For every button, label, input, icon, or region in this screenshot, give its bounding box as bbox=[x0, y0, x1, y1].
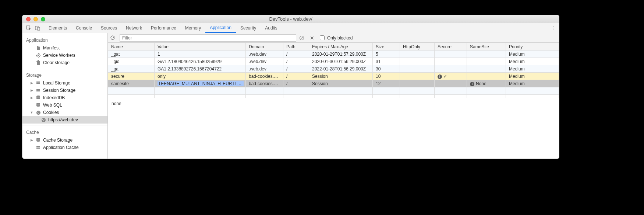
tab-console[interactable]: Console bbox=[71, 23, 96, 33]
cell-path[interactable]: / bbox=[283, 51, 309, 58]
chevron-down-icon[interactable]: ▼ bbox=[30, 111, 33, 114]
filter-input[interactable] bbox=[120, 34, 296, 42]
cell-domain[interactable]: .web.dev bbox=[246, 58, 283, 65]
cell-value[interactable]: GA1.2.1804046426.1580259929 bbox=[155, 58, 246, 65]
cell-samesite[interactable] bbox=[467, 73, 506, 80]
cell-path[interactable]: / bbox=[283, 80, 309, 87]
cell-expires[interactable]: 2022-01-28T01:56:29.000Z bbox=[309, 65, 373, 73]
cell-samesite[interactable] bbox=[467, 51, 506, 58]
cell-path[interactable]: / bbox=[283, 65, 309, 73]
table-row[interactable]: _gat1.web.dev/2020-01-29T01:57:29.000Z5M… bbox=[108, 51, 559, 58]
sidebar-item-application-cache[interactable]: Application Cache bbox=[22, 144, 107, 151]
cell-secure[interactable] bbox=[435, 65, 467, 73]
cell-name[interactable]: _ga bbox=[108, 65, 155, 73]
cell-domain[interactable]: bad-cookies.g… bbox=[246, 80, 283, 87]
device-toolbar-icon[interactable] bbox=[35, 25, 40, 31]
warning-icon: i bbox=[470, 82, 474, 86]
cell-priority[interactable]: Medium bbox=[506, 58, 559, 65]
cell-size[interactable]: 5 bbox=[373, 51, 400, 58]
tab-security[interactable]: Security bbox=[236, 23, 261, 33]
column-header-domain[interactable]: Domain bbox=[246, 43, 283, 51]
inspect-element-icon[interactable] bbox=[26, 25, 31, 31]
only-blocked-input[interactable] bbox=[320, 35, 325, 40]
tab-network[interactable]: Network bbox=[121, 23, 146, 33]
cell-domain[interactable]: .web.dev bbox=[246, 65, 283, 73]
cell-domain[interactable]: .web.dev bbox=[246, 51, 283, 58]
sidebar-item-session-storage[interactable]: ▶Session Storage bbox=[22, 87, 107, 94]
column-header-value[interactable]: Value bbox=[155, 43, 246, 51]
cell-priority[interactable]: Medium bbox=[506, 80, 559, 87]
sidebar-item-local-storage[interactable]: ▶Local Storage bbox=[22, 79, 107, 87]
chevron-right-icon[interactable]: ▶ bbox=[30, 89, 33, 92]
cell-secure[interactable]: i✓ bbox=[435, 73, 467, 80]
table-row[interactable]: _gidGA1.2.1804046426.1580259929.web.dev/… bbox=[108, 58, 559, 65]
tab-memory[interactable]: Memory bbox=[181, 23, 205, 33]
cell-priority[interactable]: Medium bbox=[506, 73, 559, 80]
tab-sources[interactable]: Sources bbox=[96, 23, 121, 33]
cell-size[interactable]: 31 bbox=[373, 58, 400, 65]
table-row[interactable]: samesiteTEENAGE_MUTANT_NINJA_FLEURTLESba… bbox=[108, 80, 559, 87]
cell-expires[interactable]: 2020-01-30T01:56:29.000Z bbox=[309, 58, 373, 65]
cell-value[interactable]: only bbox=[155, 73, 246, 80]
cell-expires[interactable]: Session bbox=[309, 73, 373, 80]
cell-size[interactable]: 10 bbox=[373, 73, 400, 80]
sidebar-item-cache-storage[interactable]: ▶Cache Storage bbox=[22, 136, 107, 144]
cell-expires[interactable]: Session bbox=[309, 80, 373, 87]
chevron-right-icon[interactable]: ▶ bbox=[30, 96, 33, 100]
sidebar-item-https-web-dev[interactable]: https://web.dev bbox=[22, 116, 107, 124]
cell-secure[interactable] bbox=[435, 58, 467, 65]
tab-audits[interactable]: Audits bbox=[261, 23, 282, 33]
cell-httponly[interactable] bbox=[400, 80, 435, 87]
column-header-name[interactable]: Name bbox=[108, 43, 155, 51]
chevron-right-icon[interactable]: ▶ bbox=[30, 138, 33, 142]
column-header-samesite[interactable]: SameSite bbox=[467, 43, 506, 51]
cell-path[interactable]: / bbox=[283, 73, 309, 80]
sidebar-item-indexeddb[interactable]: ▶IndexedDB bbox=[22, 94, 107, 101]
cell-secure[interactable] bbox=[435, 80, 467, 87]
column-header-expires-max-age[interactable]: Expires / Max-Age bbox=[309, 43, 373, 51]
delete-selected-button[interactable]: ✕ bbox=[309, 35, 315, 41]
cell-httponly[interactable] bbox=[400, 65, 435, 73]
cell-value[interactable]: TEENAGE_MUTANT_NINJA_FLEURTLES bbox=[155, 80, 246, 87]
table-row[interactable]: _gaGA1.2.1338892726.1567204722.web.dev/2… bbox=[108, 65, 559, 73]
cell-size[interactable]: 30 bbox=[373, 65, 400, 73]
sidebar-item-clear-storage[interactable]: Clear storage bbox=[22, 59, 107, 66]
refresh-button[interactable] bbox=[110, 35, 117, 41]
tab-performance[interactable]: Performance bbox=[146, 23, 181, 33]
tab-elements[interactable]: Elements bbox=[44, 23, 71, 33]
column-header-priority[interactable]: Priority bbox=[506, 43, 559, 51]
cell-value[interactable]: GA1.2.1338892726.1567204722 bbox=[155, 65, 246, 73]
sidebar-item-service-workers[interactable]: Service Workers bbox=[22, 52, 107, 59]
chevron-right-icon[interactable]: ▶ bbox=[30, 81, 33, 85]
sidebar-item-manifest[interactable]: Manifest bbox=[22, 44, 107, 52]
cell-secure[interactable] bbox=[435, 51, 467, 58]
cell-httponly[interactable] bbox=[400, 58, 435, 65]
column-header-secure[interactable]: Secure bbox=[435, 43, 467, 51]
tab-application[interactable]: Application bbox=[205, 23, 236, 33]
clear-all-button[interactable] bbox=[299, 35, 306, 41]
only-blocked-checkbox[interactable]: Only blocked bbox=[318, 34, 353, 41]
more-menu-button[interactable]: ⋮ bbox=[547, 23, 559, 33]
cell-path[interactable]: / bbox=[283, 58, 309, 65]
cell-httponly[interactable] bbox=[400, 73, 435, 80]
cell-domain[interactable]: bad-cookies.g… bbox=[246, 73, 283, 80]
cell-name[interactable]: _gid bbox=[108, 58, 155, 65]
sidebar-item-web-sql[interactable]: Web SQL bbox=[22, 101, 107, 109]
table-row[interactable]: secureonlybad-cookies.g…/Session10i✓Medi… bbox=[108, 73, 559, 80]
cell-name[interactable]: samesite bbox=[108, 80, 155, 87]
cell-name[interactable]: _gat bbox=[108, 51, 155, 58]
cell-expires[interactable]: 2020-01-29T01:57:29.000Z bbox=[309, 51, 373, 58]
cell-priority[interactable]: Medium bbox=[506, 51, 559, 58]
cell-priority[interactable]: Medium bbox=[506, 65, 559, 73]
cell-size[interactable]: 12 bbox=[373, 80, 400, 87]
cell-name[interactable]: secure bbox=[108, 73, 155, 80]
sidebar-item-cookies[interactable]: ▼Cookies bbox=[22, 109, 107, 116]
column-header-httponly[interactable]: HttpOnly bbox=[400, 43, 435, 51]
cell-value[interactable]: 1 bbox=[155, 51, 246, 58]
cell-samesite[interactable] bbox=[467, 58, 506, 65]
column-header-path[interactable]: Path bbox=[283, 43, 309, 51]
cell-samesite[interactable] bbox=[467, 65, 506, 73]
cell-samesite[interactable]: iNone bbox=[467, 80, 506, 87]
column-header-size[interactable]: Size bbox=[373, 43, 400, 51]
cell-httponly[interactable] bbox=[400, 51, 435, 58]
